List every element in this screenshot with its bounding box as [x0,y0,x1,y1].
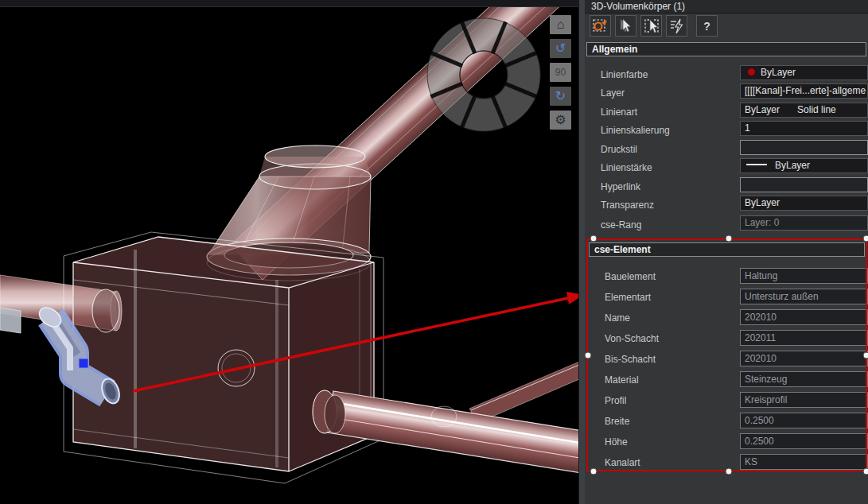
name-value-field: 202010 [740,309,868,325]
property-row: Linienstärke ByLayer [585,158,868,177]
select-similar-button[interactable] [590,15,611,37]
grip-point[interactable] [863,352,868,359]
hyperlink-value-field[interactable] [740,177,868,192]
linienfarbe-value-field[interactable]: ByLayer [740,65,868,80]
property-row: Name 202010 [585,308,868,328]
property-label: Höhe [605,436,628,448]
material-value-field: Steinzeug [740,371,868,387]
property-label: cse-Rang [601,219,641,231]
section-header-allgemein[interactable]: Allgemein [586,42,866,56]
viewport-3d[interactable]: ⌂ ↺ 90 ↻ ⚙ [0,0,578,504]
property-label: Linienfarbe [601,69,648,80]
rotate-90-button[interactable]: 90 [550,63,571,82]
linienskalierung-value-field[interactable]: 1 [740,121,868,136]
profil-value-field: Kreisprofil [740,392,868,408]
property-label: Profil [605,395,626,406]
rotate-ccw-button[interactable]: ↺ [550,39,571,58]
left-stub-pipe[interactable] [0,308,21,333]
property-row: cse-Rang Layer: 0 [585,215,868,235]
color-swatch-icon [747,68,756,76]
scene-3d-sewer-model [0,0,578,504]
chamber-box[interactable] [64,232,383,483]
bis-schacht-value-field: 202010 [740,351,868,366]
grip-point[interactable] [726,468,733,475]
linienart-value-field[interactable]: ByLayerSolid line [740,103,868,118]
gear-icon: ⚙ [555,114,566,126]
home-view-button[interactable]: ⌂ [550,15,571,34]
property-label: Linienskalierung [601,125,670,136]
grip-point[interactable] [726,235,733,242]
rotate-cw-button[interactable]: ↻ [550,87,571,106]
panel-title: 3D-Volumenkörper (1) [585,0,868,14]
bauelement-value-field: Haltung [740,268,868,284]
grip-point-blue[interactable] [79,359,88,368]
viewport-top-strip [0,0,578,7]
property-label: Bis-Schacht [605,354,656,365]
von-schacht-value-field: 202011 [740,330,868,346]
right-outflow-pipe[interactable] [313,390,578,473]
property-row: Linienfarbe ByLayer [585,65,868,84]
property-row: Bauelement Haltung [585,266,868,287]
property-label: Name [605,312,630,324]
property-row: Linienskalierung 1 [585,121,868,140]
property-row: Druckstil [585,140,868,159]
property-row: Von-Schacht 202011 [585,328,868,349]
property-row: Bis-Schacht 202010 [585,349,868,370]
property-row: Elementart Untersturz außen [585,287,868,308]
kanalart-value-field: KS [740,454,868,470]
settings-button[interactable]: ⚙ [550,110,571,130]
property-row: Hyperlink [585,177,868,196]
grip-point[interactable] [590,235,597,242]
layer-value-field[interactable]: [[[[Kanal]-Frei...erte]-allgeme [740,83,868,99]
home-icon: ⌂ [557,18,565,31]
quick-properties-icon [667,16,687,36]
cad-application: ⌂ ↺ 90 ↻ ⚙ 3D-Volumenkörper (1) [0,0,868,504]
property-label: Linienstärke [601,162,652,173]
property-label: Von-Schacht [605,333,659,344]
lineweight-sample-icon [746,164,767,165]
help-icon: ? [703,20,710,33]
select-entities-button[interactable] [615,15,636,37]
property-row: Transparenz ByLayer [585,196,868,215]
property-label: Kanalart [605,457,640,468]
properties-panel: 3D-Volumenkörper (1) [585,0,868,504]
druckstil-value-field[interactable] [740,140,868,155]
property-row: Layer [[[[Kanal]-Frei...erte]-allgeme [585,83,868,103]
rotate-90-label: 90 [555,68,566,77]
quick-properties-button[interactable] [666,15,687,37]
property-row: Höhe 0.2500 [585,432,868,452]
panel-splitter[interactable] [578,0,585,504]
property-label: Linienart [601,107,637,118]
quick-select-icon [641,16,661,36]
help-button[interactable]: ? [696,15,718,37]
property-row: Breite 0.2500 [585,411,868,432]
property-label: Material [605,374,639,386]
property-label: Druckstil [601,144,637,155]
grip-point[interactable] [863,235,868,242]
grip-point[interactable] [590,468,597,475]
elementart-value-field: Untersturz außen [740,289,868,304]
background-pipe[interactable] [469,359,578,423]
grip-point[interactable] [863,468,868,475]
hoehe-value-field: 0.2500 [740,433,868,449]
breite-value-field: 0.2500 [740,413,868,428]
property-row: Profil Kreisprofil [585,390,868,411]
transparenz-value-field[interactable]: ByLayer [740,196,868,211]
select-similar-icon [590,16,610,36]
view-control-toolbar: ⌂ ↺ 90 ↻ ⚙ [550,15,571,130]
section-header-cse-element[interactable]: cse-Element [589,242,865,257]
rotate-cw-icon: ↻ [555,90,566,103]
rotate-ccw-icon: ↺ [555,42,566,55]
property-label: Breite [605,416,629,427]
cursor-double-icon [616,16,636,36]
pipe-collar-ring [259,145,371,189]
property-row: Linienart ByLayerSolid line [585,103,868,122]
cse-rang-value-field: Layer: 0 [740,215,868,231]
grip-point[interactable] [585,352,592,359]
property-label: Transparenz [601,200,654,211]
property-label: Layer [601,87,625,99]
property-label: Elementart [605,292,651,303]
quick-select-button[interactable] [640,15,662,37]
property-label: Bauelement [605,271,656,282]
linienstaerke-value-field[interactable]: ByLayer [740,158,868,173]
